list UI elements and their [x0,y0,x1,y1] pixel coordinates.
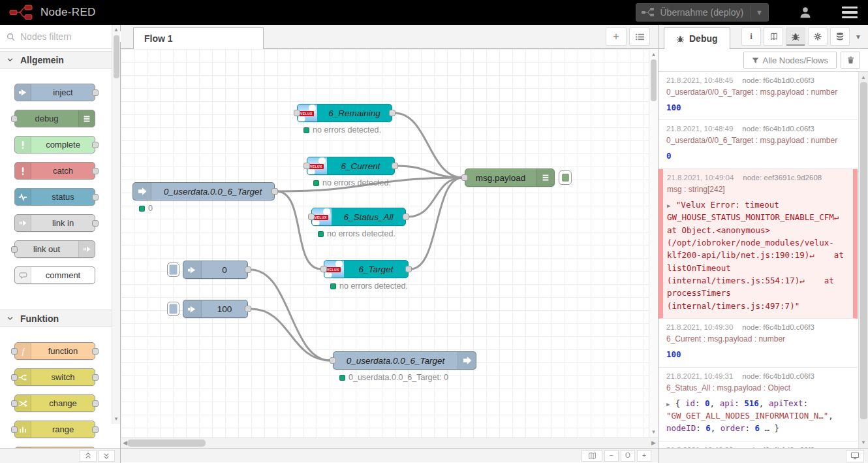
scroll-down-icon[interactable]: ▼ [859,439,868,445]
palette-node-function[interactable]: ffunction [14,342,95,360]
wire[interactable] [277,191,321,269]
palette-node-status[interactable]: status [14,188,95,206]
debug-message[interactable]: 21.8.2021, 10:48:49node: f6c4b1d0.c06f30… [659,120,858,168]
expand-all-button[interactable] [98,450,115,462]
help-sidebar-button[interactable] [764,27,783,46]
output-port[interactable] [392,163,398,169]
palette-node-change[interactable]: change [14,394,95,412]
output-port[interactable] [92,168,99,174]
wire[interactable] [411,178,463,269]
canvas-horizontal-scrollbar[interactable]: ◀ ▶ [121,438,658,448]
palette-node-switch[interactable]: switch [14,368,95,386]
main-menu-button[interactable] [842,7,858,19]
palette-category-funktion[interactable]: Funktion [0,310,120,327]
inject-button[interactable] [167,263,179,277]
debug-sidebar-button[interactable] [786,27,805,46]
debug-message[interactable]: 21.8.2021, 10:49:32node: f6c4b1d0.c06f3V… [659,441,858,448]
palette-node-catch[interactable]: catch [14,162,95,180]
context-sidebar-button[interactable] [830,27,850,46]
scroll-up-icon[interactable]: ▲ [112,27,120,33]
tab-flow-1[interactable]: Flow 1 [133,27,264,49]
output-port[interactable] [271,188,278,195]
zoom-in-button[interactable]: + [637,450,651,462]
user-button[interactable] [799,6,812,19]
debug-message[interactable]: 21.8.2021, 10:49:31node: f6c4b1d0.c06f36… [659,368,858,441]
zoom-reset-button[interactable]: O [621,450,635,462]
input-port[interactable] [303,163,310,169]
palette-node-inject[interactable]: inject [14,84,95,101]
palette-node-link-in[interactable]: link in [14,214,95,232]
collapse-all-button[interactable] [80,450,97,462]
debug-message[interactable]: 21.8.2021, 10:49:04node: eef3691c.9d2608… [659,169,858,319]
input-port[interactable] [11,400,18,407]
palette-node-complete[interactable]: complete [14,136,95,153]
navigator-button[interactable] [581,450,602,462]
config-sidebar-button[interactable] [808,27,828,46]
palette-scrollbar[interactable]: ▲ ▼ [112,25,120,424]
input-port[interactable] [320,266,327,272]
flow-node-6-target[interactable]: VELUX6_Target [324,260,409,278]
input-port[interactable] [11,246,18,253]
scroll-right-icon[interactable]: ▶ [651,439,656,446]
input-port[interactable] [11,426,18,433]
palette-node-comment[interactable]: comment [14,266,95,284]
flow-list-button[interactable] [629,27,650,46]
input-port[interactable] [308,214,315,220]
open-debug-window-button[interactable] [846,450,864,462]
input-port[interactable] [294,110,300,116]
output-port[interactable] [405,266,412,272]
output-port[interactable] [403,214,409,220]
inject-button[interactable] [167,302,179,316]
wire[interactable] [251,270,330,360]
palette-node-range[interactable]: range [14,421,95,438]
scroll-up-icon[interactable]: ▲ [859,74,868,80]
flow-node-inject-0[interactable]: 0 [183,261,248,279]
scroll-down-icon[interactable]: ▼ [112,416,120,422]
palette-node-debug[interactable]: debug [14,110,95,127]
flow-node-6-current[interactable]: VELUX6_Current [307,157,395,175]
output-port[interactable] [92,348,99,355]
add-flow-button[interactable]: + [606,27,627,46]
canvas-vertical-scrollbar[interactable]: ▲ ▼ [649,49,658,438]
expand-caret-icon[interactable]: ▶ [666,401,674,407]
flow-node-inject-100[interactable]: 100 [183,300,248,318]
output-port[interactable] [92,400,99,407]
input-port[interactable] [461,174,468,181]
output-port[interactable] [92,426,99,433]
deploy-options-caret-icon[interactable]: ▼ [750,6,768,19]
expand-caret-icon[interactable]: ▶ [667,202,674,209]
tab-debug[interactable]: Debug [664,27,730,49]
debug-message[interactable]: 21.8.2021, 10:49:30node: f6c4b1d0.c06f36… [659,319,858,367]
debug-scrollbar[interactable]: ▲ ▼ [858,72,868,448]
output-port[interactable] [389,110,395,116]
clear-debug-button[interactable] [841,52,860,69]
wire[interactable] [408,178,463,217]
info-sidebar-button[interactable]: i [741,27,761,46]
output-port[interactable] [245,266,251,273]
output-port[interactable] [92,374,99,381]
wire[interactable] [394,113,463,178]
flow-node-6-remaining[interactable]: VELUX6_Remaining [297,104,392,122]
input-port[interactable] [11,116,18,122]
palette-category-allgemein[interactable]: Allgemein [0,51,120,69]
output-port[interactable] [92,194,99,200]
flow-node-target-out[interactable]: 0_userdata.0.0_6_Target [333,351,476,370]
sidebar-options-caret-icon[interactable]: ▼ [852,33,864,40]
debug-filter-button[interactable]: Alle Nodes/Flows [743,52,837,69]
input-port[interactable] [11,348,18,355]
output-port[interactable] [92,142,99,148]
scroll-left-icon[interactable]: ◀ [123,439,127,446]
input-port[interactable] [11,374,18,381]
debug-message[interactable]: 21.8.2021, 10:48:45node: f6c4b1d0.c06f30… [659,72,858,120]
palette-node-link-out[interactable]: link out [14,240,95,258]
input-port[interactable] [330,357,336,364]
flow-node-6-status-all[interactable]: VELUX6_Status_All [311,208,406,226]
debug-enable-toggle[interactable] [559,170,572,185]
deploy-button[interactable]: Übernahme (deploy) ▼ [636,3,769,22]
output-port[interactable] [92,89,99,96]
flow-node-target-in[interactable]: 0_userdata.0.0_6_Target [132,182,275,200]
flow-canvas[interactable]: VELUX6_Remainingno errors detected.VELUX… [121,49,658,438]
output-port[interactable] [92,220,99,227]
scroll-up-icon[interactable]: ▲ [649,52,658,57]
zoom-out-button[interactable]: − [604,450,619,462]
